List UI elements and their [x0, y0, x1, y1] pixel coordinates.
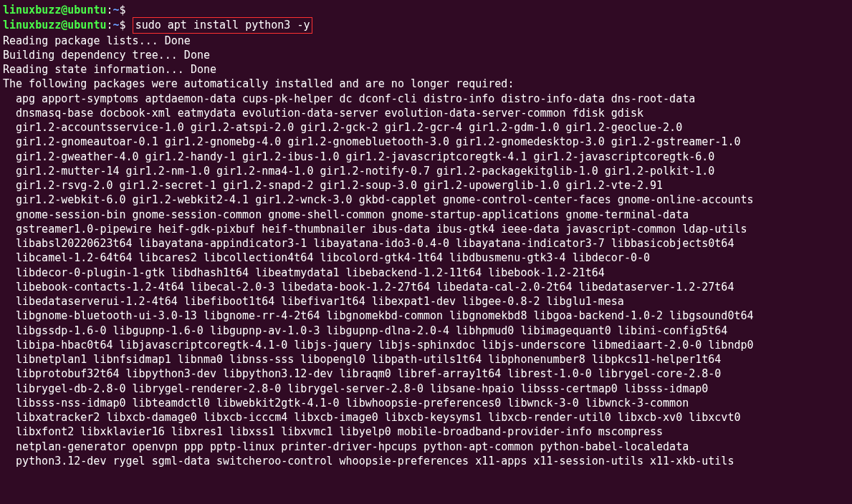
prompt-user: linuxbuzz@ubuntu [3, 19, 107, 32]
prompt-sep: : [107, 4, 113, 16]
prompt-sep: : [107, 19, 113, 32]
package-line: gstreamer1.0-pipewire heif-gdk-pixbuf he… [3, 222, 849, 236]
command-text: sudo apt install python3 -y [135, 19, 310, 32]
package-list: apg apport-symptoms aptdaemon-data cups-… [3, 92, 849, 469]
package-line: libxatracker2 libxcb-damage0 libxcb-iccc… [3, 410, 849, 425]
prompt-line-1: linuxbuzz@ubuntu:~$ [3, 3, 849, 17]
package-line: librygel-db-2.8-0 librygel-renderer-2.8-… [3, 382, 849, 396]
package-line: netplan-generator openvpn ppp pptp-linux… [3, 440, 849, 454]
prompt-line-2[interactable]: linuxbuzz@ubuntu:~$ sudo apt install pyt… [3, 17, 849, 33]
package-line: gir1.2-rsvg-2.0 gir1.2-secret-1 gir1.2-s… [3, 178, 849, 193]
package-line: libebook-contacts-1.2-4t64 libecal-2.0-3… [3, 280, 849, 294]
package-line: libcamel-1.2-64t64 libcares2 libcollecti… [3, 251, 849, 265]
package-line: apg apport-symptoms aptdaemon-data cups-… [3, 92, 849, 106]
output-following-msg: The following packages were automaticall… [3, 77, 849, 91]
prompt-path: ~ [113, 4, 120, 16]
output-building-tree: Building dependency tree... Done [3, 48, 849, 62]
package-line: dnsmasq-base docbook-xml eatmydata evolu… [3, 106, 849, 120]
command-highlight-box: sudo apt install python3 -y [133, 17, 313, 33]
package-line: libxfont2 libxklavier16 libxres1 libxss1… [3, 425, 849, 439]
package-line: libdecor-0-plugin-1-gtk libdhash1t64 lib… [3, 266, 849, 280]
package-line: python3.12-dev rygel sgml-data switchero… [3, 454, 849, 468]
prompt-path: ~ [113, 19, 120, 32]
package-line: libgnome-bluetooth-ui-3.0-13 libgnome-rr… [3, 309, 849, 323]
output-reading-lists: Reading package lists... Done [3, 34, 849, 48]
package-line: libsss-nss-idmap0 libteamdctl0 libwebkit… [3, 396, 849, 410]
package-line: libedataserverui-1.2-4t64 libefiboot1t64… [3, 294, 849, 309]
package-line: gir1.2-webkit-6.0 gir1.2-webkit2-4.1 gir… [3, 193, 849, 207]
prompt-symbol: $ [120, 4, 126, 16]
package-line: libprotobuf32t64 libpython3-dev libpytho… [3, 367, 849, 381]
prompt-symbol: $ [120, 19, 126, 32]
package-line: libipa-hbac0t64 libjavascriptcoregtk-4.1… [3, 338, 849, 352]
output-reading-state: Reading state information... Done [3, 62, 849, 77]
prompt-user: linuxbuzz@ubuntu [3, 4, 107, 16]
package-line: libnetplan1 libnfsidmap1 libnma0 libnss-… [3, 352, 849, 367]
package-line: libabsl20220623t64 libayatana-appindicat… [3, 236, 849, 251]
package-line: gnome-session-bin gnome-session-common g… [3, 208, 849, 222]
package-line: gir1.2-accountsservice-1.0 gir1.2-atspi-… [3, 120, 849, 135]
package-line: libgssdp-1.6-0 libgupnp-1.6-0 libgupnp-a… [3, 324, 849, 338]
package-line: gir1.2-gnomeautoar-0.1 gir1.2-gnomebg-4.… [3, 135, 849, 149]
package-line: gir1.2-mutter-14 gir1.2-nm-1.0 gir1.2-nm… [3, 164, 849, 178]
package-line: gir1.2-gweather-4.0 gir1.2-handy-1 gir1.… [3, 150, 849, 164]
